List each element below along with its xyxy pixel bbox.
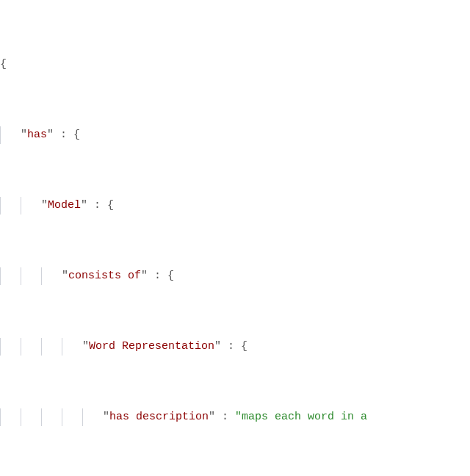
brace-open: { [0, 58, 7, 71]
value-word-rep-desc-1: "maps each word in a [235, 411, 367, 423]
key-word-representation: Word Representation [89, 340, 214, 353]
key-has-description: has description [109, 411, 209, 423]
json-code-block: { "has" : { "Model" : { "consists of" : … [0, 3, 470, 476]
key-model: Model [48, 199, 81, 212]
key-consists-of: consists of [68, 270, 141, 282]
key-has: has [27, 129, 47, 141]
